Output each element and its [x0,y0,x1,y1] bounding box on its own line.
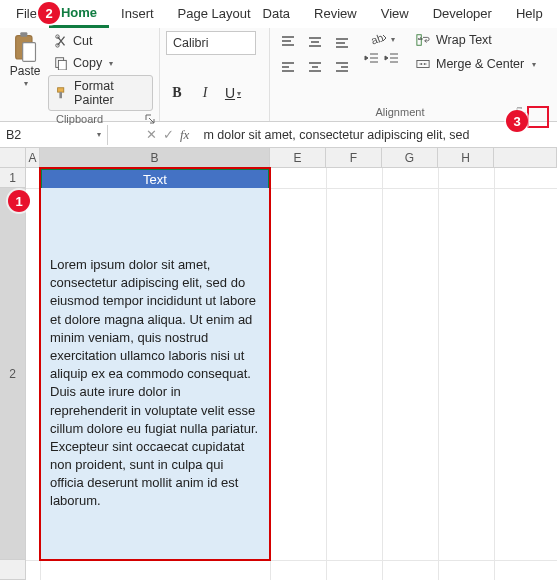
name-box-value: B2 [6,128,21,142]
row-header-3[interactable] [0,560,26,580]
font-name-value: Calibri [173,36,208,50]
chevron-down-icon: ▾ [97,130,101,139]
enter-icon[interactable]: ✓ [163,127,174,142]
wrap-text-icon: ab [416,33,430,47]
align-middle-button[interactable] [303,31,327,53]
tab-data[interactable]: Data [263,1,302,26]
format-painter-button[interactable]: Format Painter [48,75,153,111]
group-font: Calibri B I U▾ [160,28,270,121]
bold-button[interactable]: B [166,83,188,103]
tab-view[interactable]: View [369,1,421,26]
svg-rect-2 [23,43,36,62]
tab-insert[interactable]: Insert [109,1,166,26]
worksheet: A B E F G H 1 2 Text Lorem ipsum dolor s… [0,148,557,580]
callout-1: 1 [8,190,30,212]
align-right-button[interactable] [330,56,354,78]
ribbon-tabs: File Home Insert Page Layout Data Review… [0,0,557,28]
svg-text:ab: ab [369,31,385,46]
align-left-button[interactable] [276,56,300,78]
group-alignment: ab▾ ab Wrap Text Merge & Center ▾ Al [270,28,550,121]
group-alignment-label: Alignment [270,104,530,121]
paintbrush-icon [55,86,69,100]
cancel-icon[interactable]: ✕ [146,127,157,142]
group-font-label [160,116,269,121]
formula-bar[interactable]: m dolor sit amet, consectetur adipiscing… [199,128,557,142]
copy-button[interactable]: Copy ▾ [48,53,153,73]
callout-3: 3 [506,110,528,132]
col-header-g[interactable]: G [382,148,438,168]
orientation-button[interactable]: ab▾ [364,31,400,47]
align-center-button[interactable] [303,56,327,78]
select-all-corner[interactable] [0,148,26,168]
group-clipboard: Paste ▾ Cut Copy ▾ [0,28,160,121]
align-bottom-button[interactable] [330,31,354,53]
chevron-down-icon: ▾ [391,35,395,44]
italic-button[interactable]: I [194,83,216,103]
row-header-2[interactable]: 2 [0,188,26,560]
svg-rect-7 [58,88,64,92]
paste-label: Paste [10,64,41,78]
copy-label: Copy [73,56,102,70]
font-name-combo[interactable]: Calibri [166,31,256,55]
tab-developer[interactable]: Developer [421,1,504,26]
merge-center-button[interactable]: Merge & Center ▾ [412,55,540,73]
align-top-button[interactable] [276,31,300,53]
svg-text:ab: ab [418,36,423,41]
wrap-text-button[interactable]: ab Wrap Text [412,31,540,49]
column-headers: A B E F G H [0,148,557,168]
cell-b1[interactable]: Text [40,168,270,188]
scissors-icon [54,34,68,48]
svg-rect-6 [58,60,66,70]
underline-button[interactable]: U▾ [222,83,244,103]
chevron-down-icon: ▾ [237,89,241,98]
svg-rect-8 [59,92,62,98]
decrease-indent-button[interactable] [364,51,380,65]
wrap-text-label: Wrap Text [436,33,492,47]
merge-center-label: Merge & Center [436,57,524,71]
svg-rect-12 [417,61,429,68]
chevron-down-icon: ▾ [532,60,536,69]
paste-icon [11,31,39,63]
ribbon: Paste ▾ Cut Copy ▾ [0,28,557,122]
chevron-down-icon: ▾ [24,79,28,88]
merge-icon [416,57,430,71]
copy-icon [54,56,68,70]
col-header-blank[interactable] [494,148,557,168]
format-painter-label: Format Painter [74,79,146,107]
callout-2: 2 [38,2,60,24]
formula-bar-buttons: ✕ ✓ fx [136,127,199,143]
chevron-down-icon: ▾ [109,59,113,68]
cell-area[interactable]: Text Lorem ipsum dolor sit amet, consect… [26,168,557,580]
clipboard-dialog-launcher[interactable] [143,112,157,126]
fx-icon[interactable]: fx [180,127,189,143]
col-header-h[interactable]: H [438,148,494,168]
row-header-1[interactable]: 1 [0,168,26,188]
row-headers: 1 2 [0,168,26,580]
increase-indent-button[interactable] [384,51,400,65]
cut-button[interactable]: Cut [48,31,153,51]
col-header-e[interactable]: E [270,148,326,168]
svg-rect-1 [20,32,27,37]
col-header-a[interactable]: A [26,148,40,168]
tab-help[interactable]: Help [504,1,555,26]
paste-button[interactable]: Paste ▾ [6,28,44,88]
tab-review[interactable]: Review [302,1,369,26]
group-clipboard-label: Clipboard [0,111,159,128]
cut-label: Cut [73,34,92,48]
col-header-f[interactable]: F [326,148,382,168]
cell-b2[interactable]: Lorem ipsum dolor sit amet, consectetur … [40,188,270,560]
col-header-b[interactable]: B [40,148,270,168]
tab-page-layout[interactable]: Page Layout [166,1,263,26]
alignment-buttons [276,28,354,78]
